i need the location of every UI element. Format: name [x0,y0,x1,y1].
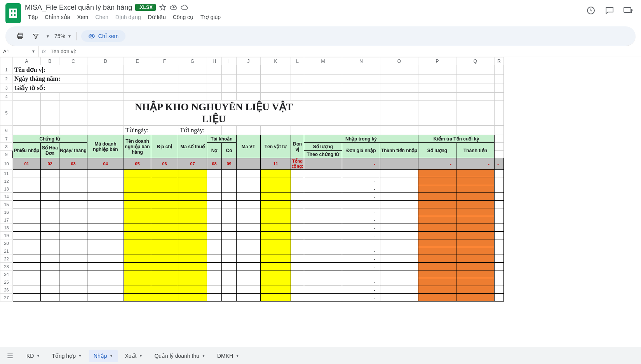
cell[interactable] [222,185,237,193]
cell[interactable] [304,208,342,216]
cell[interactable] [87,65,124,75]
cell[interactable] [124,201,151,208]
cell[interactable] [87,247,124,255]
cell[interactable] [418,255,456,263]
cell[interactable] [456,255,495,263]
col-header[interactable]: E [124,57,151,65]
cell[interactable] [418,75,456,83]
cell[interactable] [261,216,291,224]
cell[interactable] [456,239,495,247]
cell[interactable] [304,65,342,75]
cell[interactable] [495,151,504,158]
cell[interactable] [151,278,178,286]
row-header[interactable]: 8 [0,143,13,151]
cell[interactable] [380,270,418,278]
cell[interactable] [291,239,304,247]
cell[interactable] [237,65,261,75]
cell[interactable] [222,201,237,208]
cell[interactable] [456,65,495,75]
cell[interactable] [418,232,456,239]
cell[interactable] [495,270,504,278]
cell[interactable] [13,208,41,216]
cell[interactable] [124,263,151,270]
cell[interactable] [207,239,222,247]
row-header[interactable]: 26 [0,286,13,294]
cell[interactable] [304,177,342,185]
cell[interactable] [291,270,304,278]
cell[interactable] [222,65,237,75]
filter-dropdown-icon[interactable]: ▼ [46,34,50,38]
cell[interactable] [207,263,222,270]
cell[interactable] [87,278,124,286]
cell[interactable] [222,294,237,302]
cell[interactable] [342,65,380,75]
cell[interactable] [456,83,495,93]
cell[interactable] [237,278,261,286]
cell[interactable] [87,75,124,83]
cell[interactable]: - [342,177,380,185]
cell[interactable] [59,185,87,193]
cell[interactable] [151,224,178,232]
cell[interactable] [59,239,87,247]
col-header[interactable]: Q [456,57,495,65]
cell[interactable] [41,93,59,101]
cell[interactable] [13,126,41,135]
cell[interactable] [237,201,261,208]
cell[interactable] [87,255,124,263]
cell[interactable]: 02 [41,158,59,170]
cell[interactable] [41,255,59,263]
cell[interactable] [178,65,207,75]
cell[interactable] [222,83,237,93]
cell[interactable] [59,208,87,216]
cell[interactable] [151,232,178,239]
cell[interactable] [13,185,41,193]
cell[interactable] [495,170,504,177]
col-header[interactable]: A [13,57,41,65]
cell[interactable] [237,255,261,263]
cell[interactable] [124,193,151,201]
cell[interactable] [495,75,504,83]
cell[interactable] [237,208,261,216]
cell[interactable] [291,294,304,302]
menu-help[interactable]: Trợ giúp [197,12,224,22]
cell[interactable] [124,65,151,75]
cell[interactable] [304,278,342,286]
cell[interactable] [261,239,291,247]
cell[interactable] [87,93,124,101]
cell[interactable] [87,177,124,185]
cell[interactable] [380,278,418,286]
cell[interactable] [495,185,504,193]
cell[interactable] [237,224,261,232]
cell[interactable] [291,75,304,83]
cell[interactable] [13,286,41,294]
cell[interactable]: - [342,216,380,224]
cell[interactable] [87,294,124,302]
cell[interactable]: - [342,170,380,177]
cell[interactable] [380,83,418,93]
cell[interactable] [261,201,291,208]
cell[interactable] [87,208,124,216]
cell[interactable] [261,286,291,294]
cell[interactable] [304,83,342,93]
cell[interactable] [495,247,504,255]
row-header[interactable]: 22 [0,255,13,263]
cell[interactable] [456,93,495,101]
cell[interactable] [380,255,418,263]
cell[interactable]: Số Hóa Đơn [41,143,59,158]
row-header[interactable]: 13 [0,185,13,193]
cell[interactable] [380,93,418,101]
cell[interactable] [222,270,237,278]
cell[interactable] [151,83,178,93]
cell[interactable] [456,286,495,294]
cell[interactable] [222,216,237,224]
cell[interactable]: Nhập trong kỳ [304,135,418,143]
col-header[interactable]: R [495,57,504,65]
cell[interactable] [178,83,207,93]
cell[interactable] [222,93,237,101]
cell[interactable] [418,193,456,201]
cell[interactable] [418,239,456,247]
cell[interactable] [207,247,222,255]
cell[interactable]: - [342,224,380,232]
cell[interactable] [207,185,222,193]
cell[interactable] [261,185,291,193]
